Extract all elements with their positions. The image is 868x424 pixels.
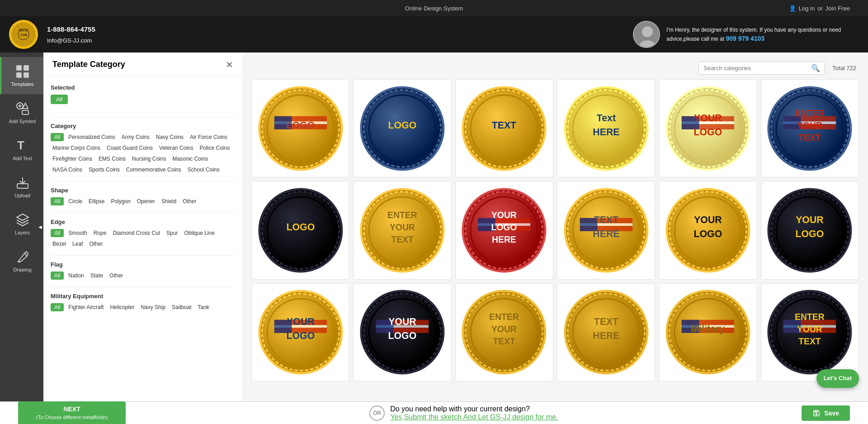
svg-marker-18 [17,214,28,220]
tag-school-coins[interactable]: School Coins [186,166,222,174]
template-cell-11[interactable]: YOURLOGO [761,181,859,279]
tag-marine-corps-coins[interactable]: Marine Corps Coins [51,144,102,152]
template-cell-0[interactable]: LOGO [251,79,349,177]
tag-tank[interactable]: Tank [196,303,211,311]
svg-text:TEXT: TEXT [799,336,821,346]
template-cell-2[interactable]: TEXT [455,79,553,177]
save-label: Save [824,410,839,417]
military-tags: AllFighter AircraftHelicopterNavy ShipSa… [51,303,235,311]
tag-polygon[interactable]: Polygon [109,197,132,205]
phone-number: 1-888-864-4755 [47,23,95,35]
tag-all[interactable]: All [51,197,64,205]
tag-helicopter[interactable]: Helicopter [108,303,136,311]
join-link[interactable]: Join Free [826,5,850,12]
military-section: Military Equipment AllFighter AircraftHe… [51,293,235,311]
next-label: NEXT [36,405,108,414]
svg-text:ENTER: ENTER [795,312,825,322]
top-bar-title: Online Design System [405,5,463,12]
tag-smooth[interactable]: Smooth [66,229,89,237]
tag-sailboat[interactable]: Sailboat [170,303,193,311]
template-grid-area: 🔍 Total 722 LOGO [242,52,868,401]
tag-shield[interactable]: Shield [160,197,178,205]
header: GS-JJ .COM 1-888-864-4755 Info@GS-JJ.com… [0,16,868,52]
template-cell-4[interactable]: YOURLOGO [659,79,757,177]
person-icon: 👤 [789,5,796,12]
bottom-bar: NEXT (To Choose different metalfinish) O… [0,401,868,424]
tag-other[interactable]: Other [87,240,104,248]
template-cell-14[interactable]: ENTERYOURTEXT [455,283,553,381]
svg-text:TEXT: TEXT [391,234,414,244]
sidebar-item-upload[interactable]: Upload [0,168,43,205]
search-input[interactable] [703,65,811,71]
template-cell-1[interactable]: LOGO [353,79,451,177]
next-button[interactable]: NEXT (To Choose different metalfinish) [18,401,126,424]
tag-commemorative-coins[interactable]: Commemorative Coins [124,166,183,174]
svg-rect-13 [19,104,20,108]
template-cell-5[interactable]: ENTERYOURTEXT [761,79,859,177]
tag-other[interactable]: Other [108,272,125,280]
login-link[interactable]: Log in [799,5,815,12]
tag-all[interactable]: All [51,133,64,141]
tag-rope[interactable]: Rope [92,229,108,237]
sidebar-item-add-symbol[interactable]: Add Symbol [0,94,43,131]
svg-rect-10 [24,72,29,78]
tag-other[interactable]: Other [181,197,198,205]
selected-badge[interactable]: All [51,95,68,104]
sidebar-item-add-text[interactable]: T Add Text [0,131,43,168]
template-cell-6[interactable]: LOGO [251,181,349,279]
panel-close-button[interactable]: ✕ [226,60,233,69]
tag-circle[interactable]: Circle [66,197,84,205]
tag-state[interactable]: State [89,272,105,280]
tag-navy-coins[interactable]: Navy Coins [154,133,185,141]
template-cell-16[interactable]: Military [659,283,757,381]
template-cell-9[interactable]: TEXTHERE [557,181,655,279]
tag-all[interactable]: All [51,272,64,280]
template-cell-12[interactable]: YOURLOGO [251,283,349,381]
tag-opener[interactable]: Opener [135,197,157,205]
tag-personalized-coins[interactable]: Personalized Coins [66,133,117,141]
template-search-bar: 🔍 Total 722 [247,57,863,79]
template-cell-3[interactable]: TextHERE [557,79,655,177]
sidebar-item-drawing[interactable]: Drawing [0,243,43,280]
chat-bubble[interactable]: Let's Chat [816,369,859,388]
tag-bezel[interactable]: Bezel [51,240,68,248]
tag-masonic-coins[interactable]: Masonic Coins [170,155,210,163]
tag-nasa-coins[interactable]: NASA Coins [51,166,84,174]
tag-diamond-cross-cut[interactable]: Diamond Cross Cut [111,229,162,237]
tag-air-force-coins[interactable]: Air Force Coins [188,133,229,141]
template-cell-13[interactable]: YOURLOGO [353,283,451,381]
help-link[interactable]: Yes,Submit the sketch And Let GS-JJ desi… [390,413,558,421]
template-cell-10[interactable]: YOURLOGO [659,181,757,279]
svg-text:YOUR: YOUR [491,324,517,334]
tag-veteran-coins[interactable]: Veteran Coins [157,144,195,152]
shape-tags: AllCircleEllipsePolygonOpenerShieldOther [51,197,235,205]
svg-text:HERE: HERE [593,127,619,138]
tag-ellipse[interactable]: Ellipse [87,197,106,205]
tag-leaf[interactable]: Leaf [71,240,85,248]
tag-sports-coins[interactable]: Sports Coins [87,166,122,174]
tag-firefighter-coins[interactable]: Firefighter Coins [51,155,94,163]
tag-nation[interactable]: Nation [66,272,86,280]
tag-fighter-aircraft[interactable]: Fighter Aircraft [66,303,105,311]
tag-all[interactable]: All [51,303,64,311]
template-cell-7[interactable]: ENTERYOURTEXT [353,181,451,279]
tag-nursing-coins[interactable]: Nursing Coins [130,155,168,163]
tag-oblique-line[interactable]: Oblique Line [182,229,216,237]
panel-collapse-btn[interactable]: ◀ [37,218,43,236]
template-cell-17[interactable]: ENTERYOURTEXT [761,283,859,381]
tag-coast-guard-coins[interactable]: Coast Guard Coins [105,144,155,152]
svg-text:YOUR: YOUR [388,317,416,328]
template-cell-15[interactable]: TEXTHERE [557,283,655,381]
tag-police-coins[interactable]: Police Coins [198,144,231,152]
tag-army-coins[interactable]: Army Coins [120,133,151,141]
tag-all[interactable]: All [51,229,64,237]
tag-navy-ship[interactable]: Navy Ship [139,303,167,311]
sidebar-item-templates[interactable]: Templates [0,57,43,94]
tag-spur[interactable]: Spur [165,229,179,237]
svg-text:YOUR: YOUR [287,317,315,328]
tag-ems-coins[interactable]: EMS Coins [97,155,127,163]
sidebar-item-add-symbol-label: Add Symbol [9,119,36,124]
save-button[interactable]: Save [802,405,850,421]
svg-text:YOUR: YOUR [797,120,822,130]
template-cell-8[interactable]: YOURLOGOHERE [455,181,553,279]
